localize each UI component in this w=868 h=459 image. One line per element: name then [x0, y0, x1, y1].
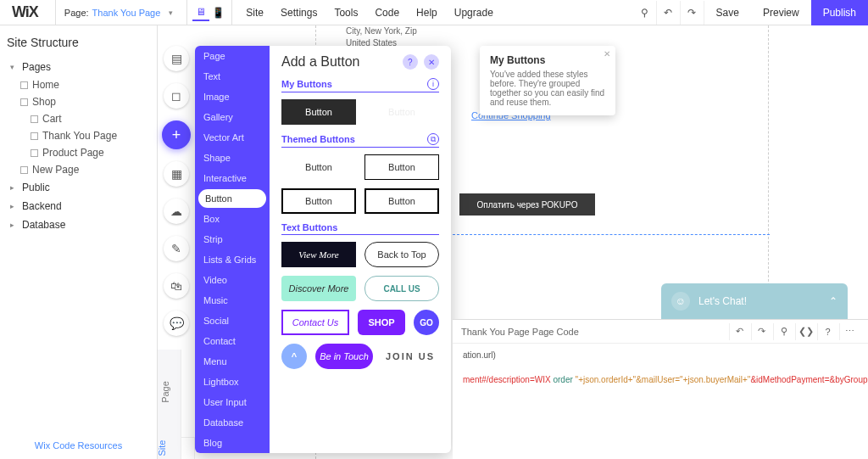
presets-icon[interactable]: ⧉	[427, 133, 439, 145]
menu-upgrade[interactable]: Upgrade	[446, 7, 502, 19]
uploads-rail-icon[interactable]: ☁	[164, 199, 189, 224]
button-sample-join[interactable]: JOIN US	[381, 344, 439, 369]
tab-site[interactable]: Site	[157, 440, 167, 456]
add-category-text[interactable]: Text	[195, 66, 270, 87]
button-sample-backtotop[interactable]: Back to Top	[364, 242, 439, 267]
tree-public[interactable]: ▸Public	[7, 178, 150, 197]
save-button[interactable]: Save	[704, 7, 751, 19]
tree-group-label: Database	[22, 219, 65, 231]
blog-rail-icon[interactable]: ✎	[164, 236, 189, 261]
menu-settings[interactable]: Settings	[272, 7, 326, 19]
chat-expand-icon[interactable]: ⌃	[829, 295, 837, 307]
redo-icon[interactable]: ↷	[681, 1, 704, 25]
button-sample-dark[interactable]: Button	[281, 99, 356, 125]
code-editor[interactable]: ation.url) ment#/description=WIX order "…	[453, 344, 868, 391]
menu-help[interactable]: Help	[408, 7, 446, 19]
pokupo-button[interactable]: Оплатить через POKUPO	[459, 193, 595, 216]
tooltip-close-icon[interactable]: ✕	[604, 49, 610, 59]
button-sample-discover[interactable]: Discover More	[281, 276, 356, 301]
add-category-image[interactable]: Image	[195, 87, 270, 107]
add-category-interactive[interactable]: Interactive	[195, 168, 270, 188]
button-sample-shop[interactable]: SHOP	[358, 310, 405, 335]
tree-group-label: Backend	[22, 200, 62, 212]
tab-page[interactable]: Page	[160, 381, 170, 403]
button-sample-outline-bold[interactable]: Button	[364, 188, 439, 214]
button-sample-plain[interactable]: Button	[281, 154, 356, 180]
apps-rail-icon[interactable]: ▦	[164, 161, 189, 187]
button-sample-ghost[interactable]: Button	[364, 99, 439, 125]
add-category-box[interactable]: Box	[195, 209, 270, 229]
code-panel-title: Thank You Page Page Code	[461, 327, 579, 337]
zoom-icon[interactable]: ⚲	[633, 1, 657, 25]
tree-item-product[interactable]: Product Page	[7, 144, 150, 161]
add-category-shape[interactable]: Shape	[195, 148, 270, 168]
button-sample-caret[interactable]: ^	[281, 344, 307, 369]
add-category-menu[interactable]: Menu	[195, 351, 270, 372]
code-help-icon[interactable]: ?	[817, 323, 837, 340]
add-category-music[interactable]: Music	[195, 290, 270, 311]
undo-icon[interactable]: ↶	[657, 1, 681, 25]
tree-database[interactable]: ▸Database	[7, 216, 150, 234]
desktop-view-icon[interactable]: 🖥	[192, 4, 209, 21]
button-sample-go[interactable]: GO	[414, 310, 439, 335]
add-category-blog[interactable]: Blog	[195, 433, 270, 453]
address-line: City, New York, Zip	[346, 25, 417, 37]
wix-code-resources-link[interactable]: Wix Code Resources	[0, 440, 157, 451]
button-sample-beintouch[interactable]: Be in Touch	[315, 344, 373, 369]
add-category-video[interactable]: Video	[195, 270, 270, 290]
add-category-button[interactable]: Button	[198, 189, 266, 208]
vertical-tabs: Page Site	[158, 350, 181, 459]
pages-rail-icon[interactable]: ▤	[164, 46, 189, 71]
tree-backend[interactable]: ▸Backend	[7, 197, 150, 216]
chat-rail-icon[interactable]: 💬	[164, 311, 189, 336]
preview-button[interactable]: Preview	[751, 7, 811, 19]
menu-code[interactable]: Code	[366, 7, 408, 19]
add-category-gallery[interactable]: Gallery	[195, 107, 270, 127]
tree-item-home[interactable]: Home	[7, 76, 150, 93]
code-search-icon[interactable]: ⚲	[773, 323, 793, 340]
add-category-social[interactable]: Social	[195, 311, 270, 331]
add-element-button[interactable]: +	[162, 120, 191, 149]
code-undo-icon[interactable]: ↶	[729, 323, 749, 340]
help-icon[interactable]: ?	[403, 54, 418, 70]
tree-item-cart[interactable]: Cart	[7, 110, 150, 127]
button-sample-contact[interactable]: Contact Us	[281, 310, 349, 335]
button-sample-viewmore[interactable]: View More	[281, 242, 356, 267]
add-category-lists-grids[interactable]: Lists & Grids	[195, 249, 270, 270]
chat-widget[interactable]: ☺ Let's Chat! ⌃	[661, 283, 848, 319]
tree-item-label: New Page	[32, 164, 79, 176]
add-category-database[interactable]: Database	[195, 412, 270, 433]
code-redo-icon[interactable]: ↷	[751, 323, 771, 340]
page-label: Page:	[61, 8, 92, 18]
code-brackets-icon[interactable]: ❮❯	[795, 323, 815, 340]
add-category-contact[interactable]: Contact	[195, 331, 270, 351]
tree-pages[interactable]: ▾Pages	[7, 58, 150, 76]
info-icon[interactable]: i	[427, 78, 439, 90]
menu-site[interactable]: Site	[237, 7, 272, 19]
site-structure-title: Site Structure	[7, 34, 150, 51]
background-rail-icon[interactable]: ◻	[164, 83, 189, 109]
tree-item-newpage[interactable]: New Page	[7, 161, 150, 178]
tree-item-shop[interactable]: Shop	[7, 93, 150, 110]
tree-item-thankyou[interactable]: Thank You Page	[7, 127, 150, 144]
current-page-name[interactable]: Thank You Page	[92, 8, 161, 18]
code-more-icon[interactable]: ⋯	[839, 323, 860, 340]
add-category-page[interactable]: Page	[195, 46, 270, 66]
publish-button[interactable]: Publish	[811, 0, 868, 25]
tooltip-title: My Buttons	[490, 54, 605, 66]
button-sample-outline[interactable]: Button	[364, 154, 439, 180]
store-rail-icon[interactable]: 🛍	[164, 273, 189, 299]
button-sample-outline-bold[interactable]: Button	[281, 188, 356, 214]
button-sample-callus[interactable]: CALL US	[364, 276, 439, 301]
close-panel-icon[interactable]: ✕	[424, 54, 439, 70]
mobile-view-icon[interactable]: 📱	[209, 4, 226, 21]
tree-item-label: Home	[32, 79, 59, 91]
add-category-vector-art[interactable]: Vector Art	[195, 127, 270, 148]
add-category-user-input[interactable]: User Input	[195, 392, 270, 412]
section-title: My Buttons	[281, 79, 332, 89]
page-dropdown-chevron-icon[interactable]: ▾	[160, 8, 181, 17]
add-category-lightbox[interactable]: Lightbox	[195, 372, 270, 392]
add-category-strip[interactable]: Strip	[195, 229, 270, 249]
code-fragment: ment#/description=WIX	[463, 375, 551, 384]
menu-tools[interactable]: Tools	[326, 7, 366, 19]
